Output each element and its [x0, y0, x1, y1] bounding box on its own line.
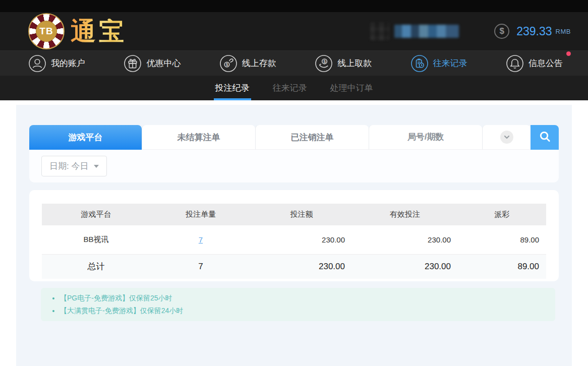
total-bet-amount: 230.00: [251, 254, 352, 279]
caret-down-icon: [94, 165, 99, 168]
nav-item-withdraw[interactable]: $ 线上取款: [315, 54, 372, 73]
sub-nav: 投注纪录 往来记录 处理中订单: [0, 76, 588, 100]
svg-text:$: $: [225, 62, 228, 67]
expand-toggle[interactable]: [482, 125, 531, 150]
nav-item-deposit[interactable]: $ 线上存款: [219, 54, 276, 73]
nav-label: 线上取款: [337, 57, 372, 69]
balance-currency: RMB: [556, 28, 571, 35]
table-total-row: 总计 7 230.00 230.00 89.00: [42, 254, 546, 279]
svg-text:$: $: [323, 58, 326, 64]
total-label: 总计: [42, 254, 150, 279]
dollar-circle-icon: $: [494, 24, 509, 39]
cell-bet-count: 7: [150, 225, 251, 254]
content-container: 游戏平台 未结算注单 已注销注单 日期: 今日: [16, 105, 572, 366]
date-filter-dropdown[interactable]: 日期: 今日: [41, 156, 107, 176]
nav-label: 信息公告: [528, 57, 563, 69]
username-redacted[interactable]: [370, 22, 459, 40]
bet-count-link[interactable]: 7: [199, 235, 203, 244]
gift-icon: [124, 54, 142, 73]
cell-payout: 89.00: [458, 225, 546, 254]
filter-band: 日期: 今日: [29, 150, 559, 182]
nav-item-records[interactable]: 往来记录: [410, 54, 467, 73]
header-payout: 派彩: [458, 204, 546, 225]
records-clipboard-icon: [410, 54, 429, 73]
tab-unsettled-bets[interactable]: 未结算注单: [142, 125, 255, 150]
brand-name: 通宝: [71, 19, 127, 44]
date-filter-label: 日期: 今日: [49, 160, 88, 172]
top-strip: [0, 0, 588, 12]
header-bet-count: 投注单量: [150, 204, 251, 225]
brand-chip-badge: TB: [36, 21, 57, 42]
brand-chip-logo: TB: [28, 13, 65, 49]
spacer: [0, 100, 588, 105]
deposit-hand-coin-icon: $: [219, 54, 238, 73]
nav-item-announcements[interactable]: 信息公告: [506, 54, 563, 73]
subnav-item-pending-orders[interactable]: 处理中订单: [330, 76, 373, 100]
round-number-input[interactable]: [369, 125, 482, 150]
magnifier-icon: [538, 130, 552, 145]
bell-icon: [506, 54, 524, 73]
notice-item: 【PG电子-免费游戏】仅保留25小时: [60, 292, 545, 304]
user-icon: [28, 54, 46, 73]
cell-platform: BB视讯: [42, 225, 150, 254]
header-valid-bet: 有效投注: [352, 204, 458, 225]
nav-label: 优惠中心: [146, 57, 181, 69]
search-button[interactable]: [531, 125, 559, 150]
tab-game-platform[interactable]: 游戏平台: [29, 125, 142, 150]
nav-label: 往来记录: [433, 57, 467, 69]
table-header-row: 游戏平台 投注单量 投注额 有效投注 派彩: [42, 204, 546, 225]
avatar: [370, 22, 389, 40]
results-card: 游戏平台 投注单量 投注额 有效投注 派彩 BB视讯 7 230.00 230.…: [29, 190, 559, 281]
subnav-item-bet-records[interactable]: 投注纪录: [215, 76, 250, 100]
nav-item-promotions[interactable]: 优惠中心: [124, 54, 181, 73]
balance-amount: 239.33: [516, 25, 552, 38]
cell-bet-amount: 230.00: [251, 225, 352, 254]
balance[interactable]: $ 239.33 RMB: [494, 24, 571, 39]
nav-item-my-account[interactable]: 我的账户: [28, 54, 85, 73]
nav-label: 线上存款: [242, 57, 276, 69]
tab-row: 游戏平台 未结算注单 已注销注单: [29, 125, 559, 150]
bet-summary-table: 游戏平台 投注单量 投注额 有效投注 派彩 BB视讯 7 230.00 230.…: [42, 204, 546, 279]
notice-list: 【PG电子-免费游戏】仅保留25小时 【大满贯电子-免费游戏】仅保留24小时: [41, 288, 555, 321]
header-platform: 游戏平台: [42, 204, 150, 225]
header: TB 通宝 $ 239.33 RMB: [0, 12, 588, 50]
total-valid-bet: 230.00: [352, 254, 458, 279]
nav-label: 我的账户: [51, 57, 85, 69]
notification-dot: [566, 51, 571, 56]
tab-cancelled-bets[interactable]: 已注销注单: [255, 125, 369, 150]
subnav-item-transaction-records[interactable]: 往来记录: [273, 76, 307, 100]
notice-text: 【PG电子-免费游戏】仅保留25小时: [60, 294, 172, 302]
cell-valid-bet: 230.00: [352, 225, 458, 254]
withdraw-hand-coin-icon: $: [315, 54, 333, 73]
total-bet-count: 7: [150, 254, 251, 279]
notice-item: 【大满贯电子-免费游戏】仅保留24小时: [60, 304, 545, 317]
notice-text: 【大满贯电子-免费游戏】仅保留24小时: [60, 307, 183, 315]
main-nav: 我的账户 优惠中心 $ 线上存款 $: [0, 50, 588, 76]
total-payout: 89.00: [458, 254, 546, 279]
table-row: BB视讯 7 230.00 230.00 89.00: [42, 225, 546, 254]
chevron-down-icon: [500, 131, 513, 144]
username-blur: [394, 25, 459, 38]
header-bet-amount: 投注额: [251, 204, 352, 225]
